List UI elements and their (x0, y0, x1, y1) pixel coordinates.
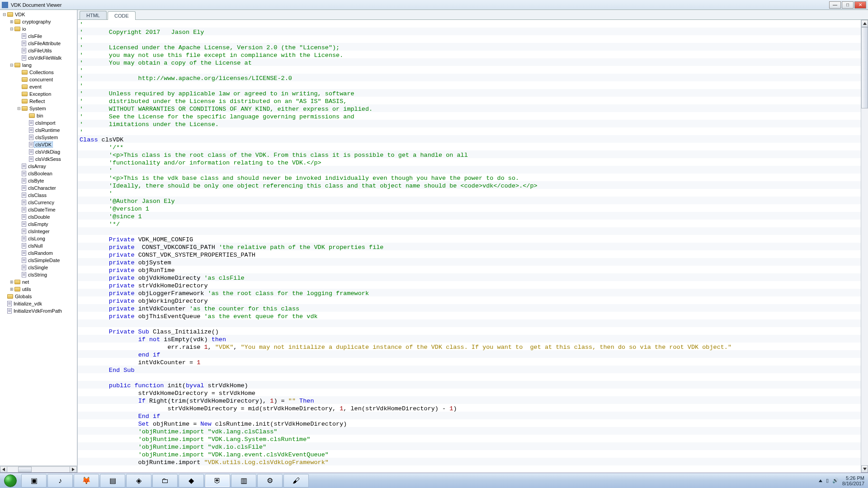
tree-item-reflect[interactable]: Reflect (0, 98, 77, 105)
tree-item-clscharacter[interactable]: clsCharacter (0, 184, 77, 192)
code-line (80, 228, 861, 236)
tree-twisty-icon[interactable]: ⊟ (9, 63, 14, 67)
file-icon (22, 48, 26, 53)
tree-item-clsvdksess[interactable]: clsVdkSess (0, 155, 77, 163)
tree-item-clsvdk[interactable]: clsVDK (0, 141, 77, 148)
tree-item-clsdatetime[interactable]: clsDateTime (0, 206, 77, 213)
code-line: '@version 1 (80, 205, 861, 213)
tree-item-label: clsCharacter (27, 185, 57, 191)
code-vscrollbar[interactable] (861, 20, 868, 473)
tree-item-clsvdkfilewalk[interactable]: clsVdkFileWalk (0, 54, 77, 61)
code-line: ' (80, 190, 861, 197)
tree-item-clsnull[interactable]: clsNull (0, 242, 77, 249)
tree-item-clssystem[interactable]: clsSystem (0, 134, 77, 141)
tree-item-bin[interactable]: bin (0, 112, 77, 119)
tree-item-label: clsImport (34, 120, 57, 126)
taskbar-item-music[interactable]: ♪ (47, 474, 73, 488)
tree-item-event[interactable]: event (0, 83, 77, 90)
tree-twisty-icon[interactable]: ⊟ (16, 106, 22, 111)
code-line: public function init(byval strVdkHome) (80, 382, 861, 389)
explorer-icon: ▤ (109, 476, 116, 485)
code-vscroll-thumb[interactable] (861, 27, 868, 108)
tree-item-clscurrency[interactable]: clsCurrency (0, 199, 77, 206)
tree-item-clsinteger[interactable]: clsInteger (0, 228, 77, 235)
tree-item-globals[interactable]: Globals (0, 293, 77, 300)
taskbar-item-vbox[interactable]: ◈ (126, 474, 151, 488)
tree-item-utils[interactable]: ⊞utils (0, 286, 77, 293)
tree-item-clsboolean[interactable]: clsBoolean (0, 170, 77, 177)
tree-item-clsfile[interactable]: clsFile (0, 33, 77, 40)
taskbar[interactable]: ▣♪🦊▤◈🗀◆⛨▥⚙🖌 ▯ 🔊 5:26 PM 8/16/2017 (0, 473, 868, 488)
tree-item-initializevdkfrompath[interactable]: InitializeVdkFromPath (0, 307, 77, 314)
tree-item-lang[interactable]: ⊟lang (0, 61, 77, 69)
taskbar-item-firefox[interactable]: 🦊 (74, 474, 99, 488)
tray-network-icon[interactable]: ▯ (826, 478, 829, 483)
scroll-up-button[interactable] (861, 20, 868, 27)
tree-item-clssimpledate[interactable]: clsSimpleDate (0, 257, 77, 264)
tree-item-clsimport[interactable]: clsImport (0, 119, 77, 127)
tree-item-concurrent[interactable]: concurrent (0, 76, 77, 83)
tree-twisty-icon[interactable]: ⊞ (9, 287, 14, 291)
tree-twisty-icon[interactable]: ⊟ (2, 12, 7, 17)
tree-item-cryptography[interactable]: ⊞cryptography (0, 18, 77, 25)
tree-item-label: VDK (14, 12, 26, 17)
taskbar-item-cube[interactable]: ▣ (21, 474, 47, 488)
tree-item-system[interactable]: ⊟System (0, 105, 77, 112)
tree-item-io[interactable]: ⊟io (0, 25, 77, 33)
tree-item-clsbyte[interactable]: clsByte (0, 177, 77, 184)
tray-clock[interactable]: 5:26 PM 8/16/2017 (842, 475, 864, 486)
tree-item-exception[interactable]: Exception (0, 90, 77, 98)
tree-hscrollbar[interactable] (0, 465, 77, 473)
scroll-down-button[interactable] (861, 465, 868, 473)
taskbar-item-explorer[interactable]: ▤ (100, 474, 125, 488)
tree-item-clsfileutils[interactable]: clsFileUtils (0, 47, 77, 54)
taskbar-item-folder[interactable]: 🗀 (152, 474, 178, 488)
taskbar-item-chart[interactable]: ▥ (231, 474, 256, 488)
system-tray[interactable]: ▯ 🔊 5:26 PM 8/16/2017 (815, 475, 868, 486)
file-icon (7, 301, 12, 306)
tab-code[interactable]: CODE (108, 11, 136, 20)
tree-item-clsruntime[interactable]: clsRuntime (0, 127, 77, 134)
scroll-left-button[interactable] (0, 466, 7, 473)
tray-time: 5:26 PM (842, 475, 864, 481)
maximize-button[interactable]: □ (842, 1, 854, 9)
file-icon (7, 308, 12, 314)
taskbar-item-diamond[interactable]: ◆ (179, 474, 204, 488)
tree-item-clsempty[interactable]: clsEmpty (0, 221, 77, 228)
tree-item-clslong[interactable]: clsLong (0, 235, 77, 242)
tree-twisty-icon[interactable]: ⊞ (9, 19, 14, 24)
tree-hscroll-track[interactable] (7, 466, 70, 473)
scroll-right-button[interactable] (70, 466, 77, 473)
file-icon (22, 272, 26, 277)
tree-item-clsfileattribute[interactable]: clsFileAttribute (0, 40, 77, 47)
tree-item-net[interactable]: ⊞net (0, 278, 77, 286)
tree-hscroll-thumb[interactable] (18, 467, 32, 472)
code-view[interactable]: '' Copyright 2017 Jason Ely'' Licensed u… (78, 20, 861, 473)
tree-item-clsrandom[interactable]: clsRandom (0, 249, 77, 257)
tree-item-clsarray[interactable]: clsArray (0, 163, 77, 170)
tray-expand-icon[interactable] (819, 479, 822, 482)
tree-twisty-icon[interactable]: ⊟ (9, 27, 14, 31)
taskbar-item-gear[interactable]: ⚙ (257, 474, 283, 488)
titlebar[interactable]: VDK Document Viewer — □ ✕ (0, 0, 868, 10)
code-vscroll-track[interactable] (861, 27, 868, 465)
tree-item-clssingle[interactable]: clsSingle (0, 264, 77, 271)
folder-icon (14, 63, 20, 67)
tree-item-clsstring[interactable]: clsString (0, 271, 77, 278)
tab-html[interactable]: HTML (80, 11, 107, 19)
tree-item-clsclass[interactable]: clsClass (0, 192, 77, 199)
tree-view[interactable]: ⊟VDK⊞cryptography⊟ioclsFileclsFileAttrib… (0, 10, 77, 465)
tree-item-clsdouble[interactable]: clsDouble (0, 213, 77, 221)
tree-twisty-icon[interactable]: ⊞ (9, 280, 14, 284)
tree-item-collections[interactable]: Collections (0, 69, 77, 76)
minimize-button[interactable]: — (829, 1, 841, 9)
tray-volume-icon[interactable]: 🔊 (832, 478, 839, 483)
close-button[interactable]: ✕ (854, 1, 866, 9)
tree-item-label: clsLong (27, 236, 46, 241)
tree-item-vdk[interactable]: ⊟VDK (0, 11, 77, 18)
taskbar-item-shield[interactable]: ⛨ (205, 474, 230, 488)
start-button[interactable] (0, 473, 21, 488)
tree-item-clsvdkdiag[interactable]: clsVdkDiag (0, 148, 77, 155)
taskbar-item-paint[interactable]: 🖌 (283, 474, 309, 488)
tree-item-initialize_vdk[interactable]: Initialize_vdk (0, 300, 77, 307)
